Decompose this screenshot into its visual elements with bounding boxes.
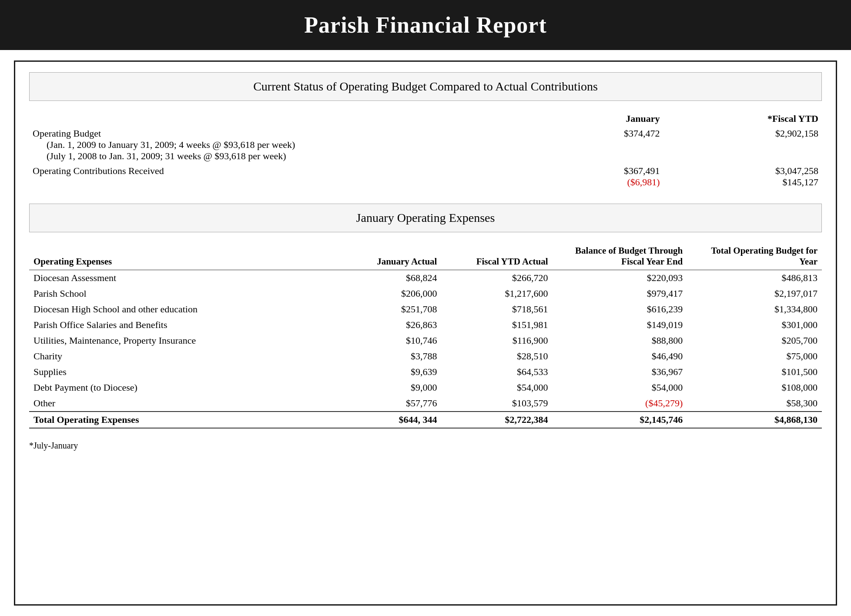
expenses-row: Charity$3,788$28,510$46,490$75,000	[29, 348, 822, 364]
budget-row-1: Operating Budget (Jan. 1, 2009 to Januar…	[29, 126, 822, 164]
expense-label: Parish School	[29, 286, 330, 301]
main-content: Current Status of Operating Budget Compa…	[14, 60, 837, 606]
col-jan-header: January	[505, 111, 663, 126]
expense-bal: $54,000	[553, 380, 687, 395]
expense-label: Diocesan Assessment	[29, 270, 330, 286]
section1-box: Current Status of Operating Budget Compa…	[29, 72, 822, 101]
section1-title: Current Status of Operating Budget Compa…	[253, 80, 598, 93]
page-title: Parish Financial Report	[17, 12, 834, 38]
expense-jan: $251,708	[330, 301, 441, 317]
section2-box: January Operating Expenses	[29, 204, 822, 232]
expense-jan: $57,776	[330, 395, 441, 412]
expense-jan: $10,746	[330, 333, 441, 348]
total-total: $4,868,130	[687, 412, 822, 428]
expense-bal: $979,417	[553, 286, 687, 301]
expenses-row: Parish Office Salaries and Benefits$26,8…	[29, 317, 822, 333]
exp-col-jan: January Actual	[330, 243, 441, 270]
expense-jan: $26,863	[330, 317, 441, 333]
exp-col-ytd: Fiscal YTD Actual	[441, 243, 552, 270]
expense-label: Debt Payment (to Diocese)	[29, 380, 330, 395]
expenses-row: Parish School$206,000$1,217,600$979,417$…	[29, 286, 822, 301]
expenses-row: Other$57,776$103,579($45,279)$58,300	[29, 395, 822, 412]
exp-col-total: Total Operating Budget for Year	[687, 243, 822, 270]
expenses-row: Supplies$9,639$64,533$36,967$101,500	[29, 364, 822, 380]
expense-bal: ($45,279)	[553, 395, 687, 412]
contrib-jan2: ($6,981)	[627, 177, 660, 187]
expense-label: Charity	[29, 348, 330, 364]
expense-label: Utilities, Maintenance, Property Insuran…	[29, 333, 330, 348]
col-ytd-header: *Fiscal YTD	[663, 111, 822, 126]
expense-jan: $9,000	[330, 380, 441, 395]
expense-ytd: $151,981	[441, 317, 552, 333]
expense-ytd: $718,561	[441, 301, 552, 317]
budget-label: Operating Budget	[33, 128, 101, 139]
expenses-table: Operating Expenses January Actual Fiscal…	[29, 243, 822, 429]
expense-bal: $149,019	[553, 317, 687, 333]
expense-total: $108,000	[687, 380, 822, 395]
expense-bal: $616,239	[553, 301, 687, 317]
expense-total: $301,000	[687, 317, 822, 333]
exp-col-bal: Balance of Budget Through Fiscal Year En…	[553, 243, 687, 270]
expenses-row: Diocesan High School and other education…	[29, 301, 822, 317]
expense-bal: $36,967	[553, 364, 687, 380]
budget-sub1: (Jan. 1, 2009 to January 31, 2009; 4 wee…	[33, 139, 295, 150]
expenses-total-row: Total Operating Expenses$644, 344$2,722,…	[29, 412, 822, 428]
expense-ytd: $28,510	[441, 348, 552, 364]
expense-bal: $46,490	[553, 348, 687, 364]
budget-ytd: $2,902,158	[663, 126, 822, 164]
expense-jan: $3,788	[330, 348, 441, 364]
expense-total: $2,197,017	[687, 286, 822, 301]
budget-sub2: (July 1, 2008 to Jan. 31, 2009; 31 weeks…	[33, 151, 286, 161]
expense-jan: $9,639	[330, 364, 441, 380]
expense-label: Parish Office Salaries and Benefits	[29, 317, 330, 333]
contrib-ytd2: $145,127	[783, 177, 819, 187]
budget-table: January *Fiscal YTD Operating Budget (Ja…	[29, 111, 822, 190]
expense-ytd: $116,900	[441, 333, 552, 348]
expense-jan: $206,000	[330, 286, 441, 301]
expense-ytd: $54,000	[441, 380, 552, 395]
budget-row-2: Operating Contributions Received $367,49…	[29, 164, 822, 190]
total-label: Total Operating Expenses	[29, 412, 330, 428]
total-ytd: $2,722,384	[441, 412, 552, 428]
section2-title: January Operating Expenses	[356, 211, 495, 224]
expense-total: $58,300	[687, 395, 822, 412]
expense-total: $75,000	[687, 348, 822, 364]
contrib-label: Operating Contributions Received	[33, 165, 164, 176]
expense-ytd: $103,579	[441, 395, 552, 412]
page-header: Parish Financial Report	[0, 0, 851, 50]
contrib-jan1: $367,491	[624, 165, 660, 176]
expenses-row: Utilities, Maintenance, Property Insuran…	[29, 333, 822, 348]
footer-note: *July-January	[29, 437, 822, 451]
expense-ytd: $266,720	[441, 270, 552, 286]
expenses-row: Diocesan Assessment$68,824$266,720$220,0…	[29, 270, 822, 286]
expense-bal: $220,093	[553, 270, 687, 286]
expense-jan: $68,824	[330, 270, 441, 286]
expense-total: $486,813	[687, 270, 822, 286]
expense-ytd: $64,533	[441, 364, 552, 380]
expense-total: $205,700	[687, 333, 822, 348]
expenses-row: Debt Payment (to Diocese)$9,000$54,000$5…	[29, 380, 822, 395]
expense-total: $1,334,800	[687, 301, 822, 317]
expense-total: $101,500	[687, 364, 822, 380]
budget-jan: $374,472	[505, 126, 663, 164]
expense-label: Other	[29, 395, 330, 412]
expense-bal: $88,800	[553, 333, 687, 348]
total-bal: $2,145,746	[553, 412, 687, 428]
total-jan: $644, 344	[330, 412, 441, 428]
expense-label: Supplies	[29, 364, 330, 380]
exp-col-label: Operating Expenses	[29, 243, 330, 270]
expense-label: Diocesan High School and other education	[29, 301, 330, 317]
expense-ytd: $1,217,600	[441, 286, 552, 301]
contrib-ytd1: $3,047,258	[775, 165, 818, 176]
expenses-header-row: Operating Expenses January Actual Fiscal…	[29, 243, 822, 270]
